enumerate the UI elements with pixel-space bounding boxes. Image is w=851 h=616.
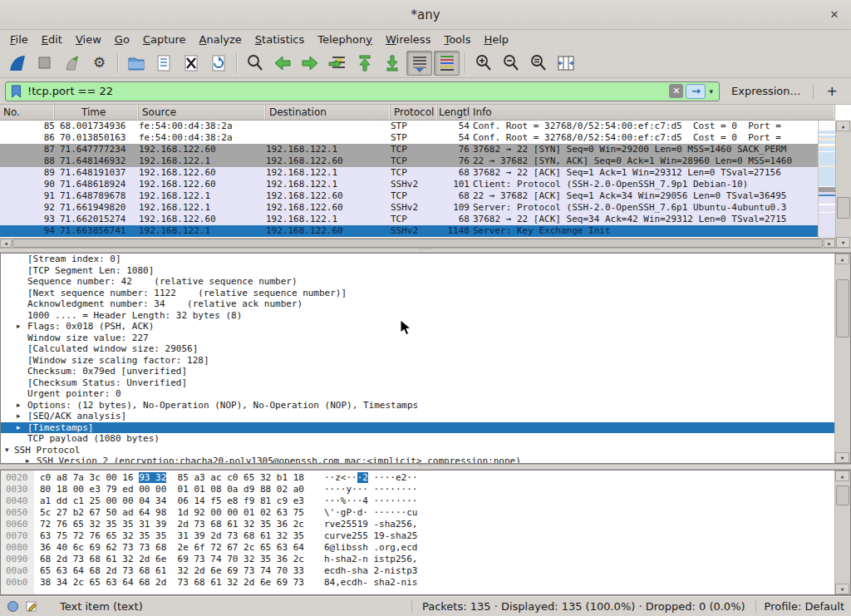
- expander-icon[interactable]: ▸: [17, 411, 21, 422]
- add-filter-button[interactable]: +: [819, 83, 846, 99]
- hex-row[interactable]: 003080 18 00 e3 79 ed 00 00 01 01 08 0a …: [1, 484, 834, 495]
- packet-list-vertical-scrollbar[interactable]: ▲ ▼: [835, 121, 851, 248]
- menu-analyze[interactable]: Analyze: [193, 32, 248, 47]
- capture-options-button[interactable]: ⚙: [86, 51, 112, 76]
- menu-wireless[interactable]: Wireless: [379, 32, 437, 47]
- menu-edit[interactable]: Edit: [35, 32, 69, 47]
- column-header-protocol[interactable]: Protocol: [391, 105, 438, 120]
- table-row[interactable]: 9371.662015274192.168.122.60192.168.122.…: [0, 214, 818, 225]
- table-row[interactable]: 8871.648146932192.168.122.1192.168.122.6…: [0, 155, 818, 167]
- scroll-left-icon[interactable]: ◀: [0, 239, 12, 248]
- detail-line[interactable]: 1000 .... = Header Length: 32 bytes (8): [1, 310, 834, 322]
- menu-tools[interactable]: Tools: [437, 32, 477, 47]
- zoom-reset-button[interactable]: [525, 51, 551, 76]
- hex-row[interactable]: 007063 75 72 76 65 32 35 35 31 39 2d 73 …: [1, 530, 834, 542]
- table-row[interactable]: 8771.647777234192.168.122.60192.168.122.…: [0, 144, 818, 155]
- go-to-bottom-button[interactable]: [379, 51, 405, 76]
- go-forward-button[interactable]: [297, 51, 322, 76]
- pane-splitter[interactable]: ·····: [0, 464, 851, 470]
- start-capture-button[interactable]: [4, 51, 30, 76]
- table-row[interactable]: 9171.648789678192.168.122.1192.168.122.6…: [0, 190, 818, 202]
- column-header-destination[interactable]: Destination: [266, 105, 391, 120]
- details-vertical-scrollbar[interactable]: ▲ ▼: [834, 254, 850, 463]
- find-packet-button[interactable]: [242, 51, 268, 76]
- hex-row[interactable]: 008036 40 6c 69 62 73 73 68 2e 6f 72 67 …: [1, 542, 834, 554]
- menu-view[interactable]: View: [69, 32, 108, 47]
- menu-go[interactable]: Go: [108, 32, 136, 47]
- column-header-time[interactable]: Time: [55, 105, 139, 120]
- expander-icon[interactable]: ▸: [17, 321, 21, 333]
- expression-button[interactable]: Expression…: [725, 85, 808, 97]
- table-row[interactable]: 8568.001734936fe:54:00:d4:38:2aSTP54Conf…: [0, 121, 818, 132]
- hex-vertical-scrollbar[interactable]: ▲ ▼: [834, 471, 850, 594]
- close-button[interactable]: ✕: [826, 7, 843, 23]
- menu-telephony[interactable]: Telephony: [311, 32, 379, 47]
- scroll-up-icon[interactable]: ▲: [835, 254, 849, 264]
- scrollbar-thumb[interactable]: [836, 485, 849, 505]
- column-header-info[interactable]: Info: [470, 105, 835, 120]
- scroll-down-icon[interactable]: ▼: [836, 237, 850, 248]
- scroll-right-icon[interactable]: ▶: [824, 239, 835, 248]
- profile-status[interactable]: Profile: Default: [756, 600, 844, 613]
- scroll-down-icon[interactable]: ▼: [835, 584, 849, 594]
- display-filter-input[interactable]: !tcp.port == 22 ✕ → ▾: [5, 81, 720, 101]
- detail-line[interactable]: Checksum: 0x79ed [unverified]: [1, 366, 834, 377]
- zoom-out-button[interactable]: [498, 51, 524, 76]
- go-to-top-button[interactable]: [352, 51, 377, 76]
- table-row[interactable]: 9271.661949820192.168.122.1192.168.122.6…: [0, 202, 818, 214]
- filter-history-caret-icon[interactable]: ▾: [706, 87, 716, 96]
- zoom-in-button[interactable]: [470, 51, 496, 76]
- scroll-up-icon[interactable]: ▲: [835, 471, 849, 481]
- colorize-toggle[interactable]: [434, 51, 460, 76]
- hex-row[interactable]: 006072 76 65 32 35 35 31 39 2d 73 68 61 …: [1, 519, 834, 530]
- detail-line[interactable]: ▸Options: (12 bytes), No-Operation (NOP)…: [1, 400, 834, 411]
- menu-help[interactable]: Help: [477, 32, 515, 47]
- expander-icon[interactable]: ▸: [17, 400, 21, 411]
- capture-comment-icon[interactable]: [26, 600, 38, 613]
- restart-capture-button[interactable]: [59, 51, 85, 76]
- detail-line[interactable]: Window size value: 227: [1, 333, 834, 344]
- hex-row[interactable]: 0040a1 dd c1 25 00 00 04 34 06 14 f5 e8 …: [1, 495, 834, 507]
- stop-capture-button[interactable]: [32, 51, 57, 76]
- detail-line-selected[interactable]: ▸[Timestamps]: [1, 422, 834, 434]
- bookmark-icon[interactable]: [8, 84, 23, 99]
- table-row[interactable]: 8971.648191037192.168.122.60192.168.122.…: [0, 167, 818, 179]
- expert-info-icon[interactable]: [7, 600, 19, 613]
- clear-filter-button[interactable]: ✕: [669, 84, 683, 98]
- detail-line[interactable]: Sequence number: 42 (relative sequence n…: [1, 276, 834, 288]
- filter-value[interactable]: !tcp.port == 22: [23, 85, 669, 97]
- apply-filter-button[interactable]: →: [686, 84, 706, 99]
- intelligent-scrollbar-minimap[interactable]: [818, 121, 835, 238]
- detail-line[interactable]: [Checksum Status: Unverified]: [1, 377, 834, 389]
- table-row-selected[interactable]: 9471.663856741192.168.122.1192.168.122.6…: [0, 225, 818, 237]
- scroll-up-icon[interactable]: ▲: [836, 121, 850, 131]
- go-to-packet-button[interactable]: [324, 51, 350, 76]
- open-file-button[interactable]: [123, 51, 149, 76]
- detail-line[interactable]: [Stream index: 0]: [1, 254, 834, 265]
- detail-line[interactable]: [Window size scaling factor: 128]: [1, 355, 834, 367]
- detail-line[interactable]: TCP payload (1080 bytes): [1, 433, 834, 445]
- hex-row[interactable]: 009068 2d 73 68 61 32 2d 6e 69 73 74 70 …: [1, 554, 834, 565]
- detail-line[interactable]: ▸Flags: 0x018 (PSH, ACK): [1, 321, 834, 333]
- detail-line[interactable]: ▸[SEQ/ACK analysis]: [1, 411, 834, 422]
- detail-line[interactable]: Acknowledgment number: 34 (relative ack …: [1, 298, 834, 310]
- scroll-down-icon[interactable]: ▼: [835, 452, 849, 463]
- scrollbar-thumb[interactable]: [836, 279, 849, 338]
- hex-row[interactable]: 00a065 63 64 68 2d 73 68 61 32 2d 6e 69 …: [1, 565, 834, 577]
- expander-icon[interactable]: ▾: [5, 445, 9, 456]
- hex-row[interactable]: 0020c0 a8 7a 3c 00 16 93 32 85 a3 ac c0 …: [1, 472, 834, 484]
- expander-icon[interactable]: ▸: [17, 422, 21, 434]
- close-file-button[interactable]: [178, 51, 204, 76]
- reload-file-button[interactable]: [205, 51, 231, 76]
- scrollbar-thumb[interactable]: [837, 197, 850, 219]
- menu-capture[interactable]: Capture: [136, 32, 193, 47]
- table-row[interactable]: 9071.648618924192.168.122.60192.168.122.…: [0, 179, 818, 190]
- auto-scroll-toggle[interactable]: [406, 51, 432, 76]
- hex-row[interactable]: 00b038 34 2c 65 63 64 68 2d 73 68 61 32 …: [1, 577, 834, 589]
- go-back-button[interactable]: [269, 51, 295, 76]
- detail-line[interactable]: [TCP Segment Len: 1080]: [1, 265, 834, 277]
- detail-line[interactable]: Urgent pointer: 0: [1, 388, 834, 400]
- detail-line[interactable]: [Next sequence number: 1122 (relative se…: [1, 288, 834, 299]
- column-header-length[interactable]: Length: [438, 105, 470, 120]
- menu-statistics[interactable]: Statistics: [248, 32, 311, 47]
